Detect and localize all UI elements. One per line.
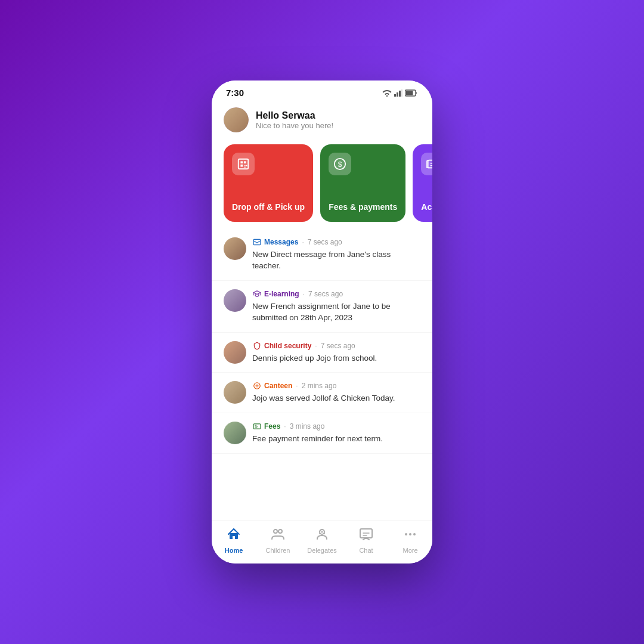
- nav-item-delegates[interactable]: Delegates: [304, 527, 340, 554]
- svg-point-24: [324, 533, 325, 534]
- svg-rect-2: [397, 92, 398, 97]
- feed-meta-4: Canteen · 2 mins ago: [252, 381, 420, 391]
- svg-point-19: [274, 530, 277, 533]
- feed-content-1: Messages · 7 secs ago New Direct message…: [252, 237, 420, 272]
- action-card-academics[interactable]: Academi...: [413, 144, 432, 222]
- academics-icon: [421, 153, 432, 175]
- more-label: More: [402, 547, 417, 554]
- nav-item-home[interactable]: Home: [216, 527, 252, 554]
- messages-tag-label: Messages: [264, 238, 298, 246]
- svg-point-23: [319, 533, 320, 534]
- svg-rect-7: [239, 159, 249, 169]
- feed-time-3: 7 secs ago: [321, 342, 355, 350]
- feed-item-messages[interactable]: Messages · 7 secs ago New Direct message…: [212, 229, 432, 281]
- svg-rect-1: [394, 94, 396, 97]
- feed-text-3: Dennis picked up Jojo from school.: [252, 353, 420, 364]
- nav-item-children[interactable]: Children: [260, 527, 296, 554]
- feed-text-2: New French assignment for Jane to be sub…: [252, 301, 420, 324]
- more-icon: [403, 527, 417, 545]
- feed-tag-messages: Messages: [252, 237, 298, 247]
- phone-frame: 7:30 Hello Serwaa: [212, 80, 432, 564]
- feed-time-4: 2 mins ago: [302, 382, 337, 390]
- feed-meta-5: Fees · 3 mins ago: [252, 422, 420, 431]
- feed-item-fees[interactable]: Fees · 3 mins ago Fee payment reminder f…: [212, 413, 432, 454]
- greeting-name: Hello Serwaa: [256, 110, 333, 121]
- canteen-tag-icon: [252, 381, 262, 391]
- feed-item-elearning[interactable]: E-learning · 7 secs ago New French assig…: [212, 281, 432, 333]
- feed-avatar-4: [224, 381, 246, 404]
- status-icons: [382, 89, 418, 97]
- delegates-label: Delegates: [307, 547, 337, 554]
- children-icon: [271, 527, 285, 545]
- feed-meta-2: E-learning · 7 secs ago: [252, 289, 420, 299]
- feed-text-1: New Direct message from Jane's class tea…: [252, 249, 420, 272]
- greeting-subtitle: Nice to have you here!: [256, 121, 333, 130]
- svg-text:$: $: [338, 160, 342, 169]
- feed-time-1: 7 secs ago: [308, 238, 342, 246]
- feed-content-4: Canteen · 2 mins ago Jojo was served Jol…: [252, 381, 420, 404]
- signal-icon: [394, 89, 402, 97]
- home-icon: [227, 527, 241, 545]
- svg-rect-4: [401, 89, 402, 97]
- feed-tag-canteen: Canteen: [252, 381, 292, 391]
- nav-item-chat[interactable]: Chat: [348, 527, 384, 554]
- feed-item-canteen[interactable]: Canteen · 2 mins ago Jojo was served Jol…: [212, 373, 432, 413]
- svg-rect-12: [244, 167, 246, 168]
- feed-tag-elearning: E-learning: [252, 289, 299, 299]
- status-bar: 7:30: [212, 80, 432, 103]
- svg-point-26: [405, 533, 407, 535]
- action-card-dropoff[interactable]: Drop off & Pick up: [224, 144, 313, 222]
- feed-time-5: 3 mins ago: [290, 422, 325, 431]
- battery-icon: [405, 89, 418, 97]
- fees-tag-label: Fees: [264, 422, 280, 431]
- activity-feed: Messages · 7 secs ago New Direct message…: [212, 229, 432, 521]
- nav-item-more[interactable]: More: [392, 527, 428, 554]
- feed-time-2: 7 secs ago: [308, 290, 343, 298]
- svg-rect-10: [240, 165, 243, 167]
- feed-tag-fees: Fees: [252, 422, 280, 431]
- feed-content-2: E-learning · 7 secs ago New French assig…: [252, 289, 420, 324]
- wifi-icon: [382, 89, 392, 97]
- feed-meta-1: Messages · 7 secs ago: [252, 237, 420, 247]
- feed-text-5: Fee payment reminder for next term.: [252, 434, 420, 445]
- status-time: 7:30: [226, 88, 244, 98]
- svg-rect-16: [253, 239, 261, 244]
- chat-icon: [359, 527, 373, 545]
- canteen-tag-label: Canteen: [264, 382, 292, 390]
- svg-rect-6: [406, 91, 413, 95]
- fees-tag-icon: [252, 422, 262, 431]
- elearning-tag-label: E-learning: [264, 290, 299, 298]
- header: Hello Serwaa Nice to have you here!: [212, 103, 432, 140]
- quick-actions: Drop off & Pick up $ Fees & payments: [212, 140, 432, 229]
- svg-rect-8: [240, 161, 243, 163]
- svg-point-28: [413, 533, 416, 535]
- feed-avatar-3: [224, 341, 246, 364]
- feed-content-3: Child security · 7 secs ago Dennis picke…: [252, 341, 420, 364]
- feed-avatar-2: [224, 289, 246, 312]
- user-avatar: [224, 107, 249, 132]
- delegates-icon: [315, 527, 329, 545]
- svg-point-22: [321, 531, 323, 533]
- svg-point-27: [409, 533, 411, 535]
- childsecurity-tag-icon: [252, 341, 262, 351]
- feed-item-childsecurity[interactable]: Child security · 7 secs ago Dennis picke…: [212, 333, 432, 373]
- academics-label: Academi...: [421, 202, 432, 212]
- svg-rect-11: [244, 165, 246, 166]
- elearning-tag-icon: [252, 289, 262, 299]
- feed-avatar-5: [224, 422, 246, 444]
- svg-rect-13: [246, 165, 247, 166]
- feed-content-5: Fees · 3 mins ago Fee payment reminder f…: [252, 422, 420, 445]
- svg-point-0: [386, 95, 388, 96]
- children-label: Children: [266, 547, 290, 554]
- action-card-fees[interactable]: $ Fees & payments: [320, 144, 405, 222]
- childsecurity-tag-label: Child security: [264, 342, 311, 350]
- dropoff-icon: [232, 153, 255, 175]
- feed-text-4: Jojo was served Jollof & Chicken Today.: [252, 393, 420, 404]
- feed-tag-childsecurity: Child security: [252, 341, 311, 351]
- home-label: Home: [225, 547, 243, 554]
- fees-icon: $: [329, 153, 351, 175]
- chat-label: Chat: [359, 547, 373, 554]
- feed-avatar-1: [224, 237, 246, 260]
- feed-meta-3: Child security · 7 secs ago: [252, 341, 420, 351]
- greeting: Hello Serwaa Nice to have you here!: [256, 110, 333, 130]
